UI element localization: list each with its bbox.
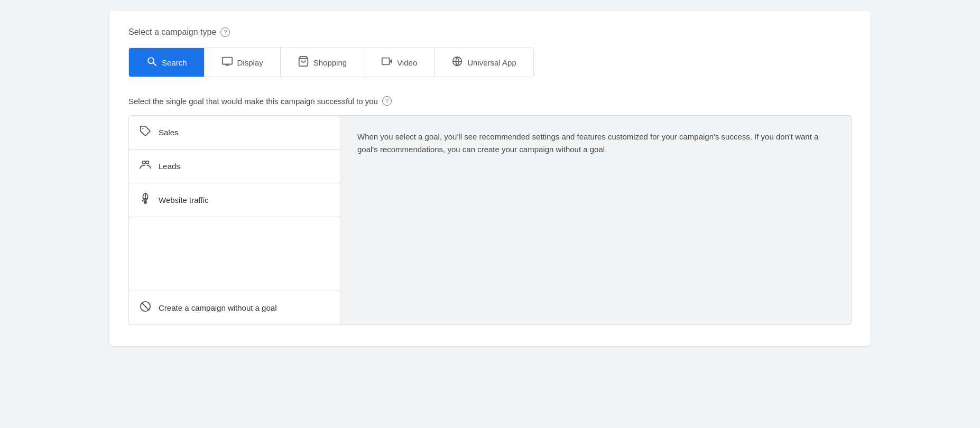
goal-item-empty xyxy=(129,217,340,291)
svg-rect-2 xyxy=(222,58,232,64)
sales-icon xyxy=(140,125,151,139)
svg-point-11 xyxy=(143,161,146,164)
goal-description-panel: When you select a goal, you'll see recom… xyxy=(340,116,851,324)
section-title-row: Select a campaign type ? xyxy=(128,27,852,37)
goal-item-leads-label: Leads xyxy=(159,162,180,171)
campaign-type-display[interactable]: Display xyxy=(205,48,281,77)
svg-line-19 xyxy=(142,303,149,310)
campaign-type-search[interactable]: Search xyxy=(129,48,205,77)
campaign-type-tabs: Search Display Shopping xyxy=(128,48,534,77)
goal-item-sales-label: Sales xyxy=(159,128,179,137)
display-campaign-label: Display xyxy=(237,58,263,67)
shopping-campaign-label: Shopping xyxy=(313,58,347,67)
goal-content: Sales Leads xyxy=(128,115,852,325)
svg-point-12 xyxy=(146,161,149,164)
universal-app-campaign-label: Universal App xyxy=(467,58,516,67)
goal-section-label-row: Select the single goal that would make t… xyxy=(128,96,852,106)
svg-point-17 xyxy=(145,194,146,196)
campaign-type-shopping[interactable]: Shopping xyxy=(281,48,364,77)
goal-help-icon[interactable]: ? xyxy=(382,96,392,106)
no-goal-icon xyxy=(140,301,151,315)
goal-item-no-goal[interactable]: Create a campaign without a goal xyxy=(129,291,340,324)
goal-item-leads[interactable]: Leads xyxy=(129,150,340,183)
goal-list: Sales Leads xyxy=(129,116,340,324)
goal-description-text: When you select a goal, you'll see recom… xyxy=(357,131,834,156)
goal-item-website-traffic[interactable]: Website traffic xyxy=(129,183,340,217)
section-title-text: Select a campaign type xyxy=(128,27,216,37)
goal-item-sales[interactable]: Sales xyxy=(129,116,340,150)
svg-line-1 xyxy=(153,63,156,66)
campaign-type-help-icon[interactable]: ? xyxy=(220,27,230,37)
svg-rect-6 xyxy=(382,58,390,65)
campaign-card: Select a campaign type ? Search Displa xyxy=(109,11,871,346)
leads-icon xyxy=(140,159,151,173)
universal-app-campaign-icon xyxy=(451,55,463,69)
campaign-type-universal-app[interactable]: Universal App xyxy=(434,48,533,77)
display-campaign-icon xyxy=(221,55,233,69)
website-traffic-icon xyxy=(140,193,151,207)
campaign-type-video[interactable]: Video xyxy=(364,48,434,77)
video-campaign-icon xyxy=(381,55,393,69)
goal-section-label-text: Select the single goal that would make t… xyxy=(128,97,378,106)
video-campaign-label: Video xyxy=(397,58,417,67)
search-campaign-icon xyxy=(146,55,158,69)
svg-rect-16 xyxy=(144,200,147,204)
search-campaign-label: Search xyxy=(162,58,187,67)
goal-item-website-traffic-label: Website traffic xyxy=(159,196,208,204)
goal-item-no-goal-label: Create a campaign without a goal xyxy=(159,303,276,312)
shopping-campaign-icon xyxy=(298,55,309,69)
